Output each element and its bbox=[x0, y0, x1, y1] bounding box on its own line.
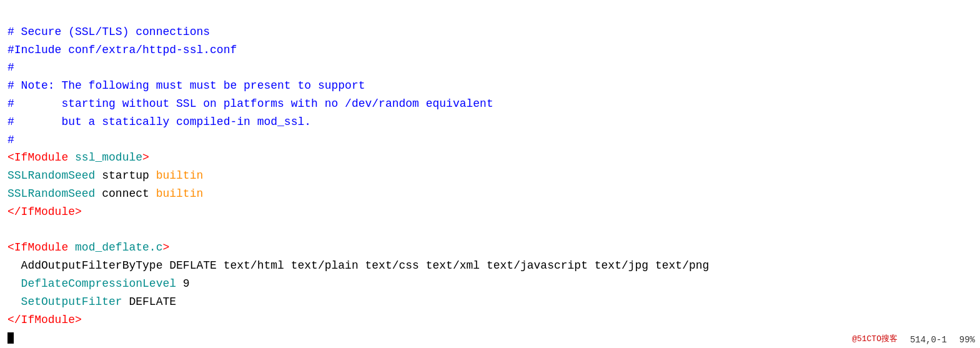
code-line-17: </IfModule> bbox=[7, 314, 82, 326]
code-line-3: # bbox=[7, 61, 14, 74]
percent-label: 99% bbox=[959, 333, 975, 347]
code-line-6: # but a statically compiled-in mod_ssl. bbox=[7, 116, 311, 128]
code-line-1: # Secure (SSL/TLS) connections bbox=[7, 26, 210, 38]
code-line-11: </IfModule> bbox=[7, 206, 82, 218]
code-line-2: #Include conf/extra/httpd-ssl.conf bbox=[7, 44, 237, 56]
code-line-13: <IfModule mod_deflate.c> bbox=[7, 241, 169, 254]
status-bar: @51CTO搜客 514,0-1 99% bbox=[847, 332, 980, 348]
code-line-18 bbox=[7, 331, 14, 344]
code-line-10: SSLRandomSeed connect builtin bbox=[7, 187, 203, 200]
code-line-8: <IfModule ssl_module> bbox=[7, 151, 149, 164]
code-line-5: # starting without SSL on platforms with… bbox=[7, 97, 493, 110]
code-editor: # Secure (SSL/TLS) connections #Include … bbox=[0, 0, 980, 348]
code-line-4: # Note: The following must must be prese… bbox=[7, 79, 365, 92]
position-label: 514,0-1 bbox=[910, 333, 947, 347]
code-line-16: SetOutputFilter DEFLATE bbox=[7, 296, 176, 308]
code-line-14: AddOutputFilterByType DEFLATE text/html … bbox=[7, 259, 709, 272]
code-line-12 bbox=[7, 224, 14, 236]
code-line-9: SSLRandomSeed startup builtin bbox=[7, 169, 203, 182]
code-line-7: # bbox=[7, 134, 14, 146]
code-line-15: DeflateCompressionLevel 9 bbox=[7, 277, 190, 290]
watermark-label: @51CTO搜客 bbox=[852, 333, 898, 346]
